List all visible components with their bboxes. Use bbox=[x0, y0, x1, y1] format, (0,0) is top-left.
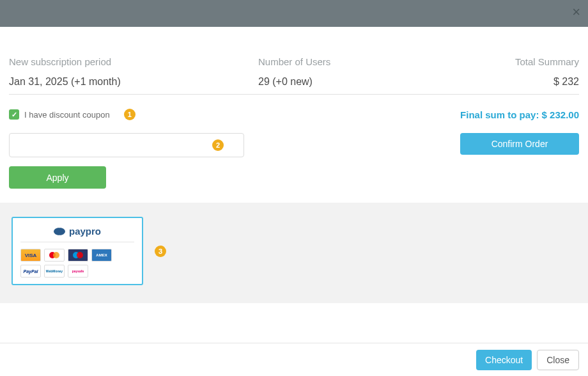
amex-icon: AMEX bbox=[91, 249, 112, 262]
coupon-block: 2 Apply bbox=[9, 133, 244, 189]
webmoney-icon: WebMoney bbox=[44, 265, 65, 278]
payment-section: paypro VISA AMEX PayPal WebMoney paysafe… bbox=[0, 203, 588, 303]
step-3-badge: 3 bbox=[155, 246, 166, 257]
paypro-logo: paypro bbox=[20, 226, 134, 242]
coupon-input-wrap: 2 bbox=[9, 133, 244, 157]
final-sum: Final sum to pay: $ 232.00 bbox=[460, 109, 579, 120]
checkout-button[interactable]: Checkout bbox=[476, 350, 532, 370]
close-icon[interactable]: × bbox=[572, 5, 580, 19]
apply-button[interactable]: Apply bbox=[9, 166, 106, 189]
close-button[interactable]: Close bbox=[537, 350, 579, 370]
paypro-label: paypro bbox=[69, 226, 101, 237]
paypro-swirl-icon bbox=[54, 228, 65, 235]
step-2-badge: 2 bbox=[212, 139, 224, 151]
confirm-order-button[interactable]: Confirm Order bbox=[460, 133, 579, 155]
payment-provider-card[interactable]: paypro VISA AMEX PayPal WebMoney paysafe bbox=[12, 217, 143, 285]
discount-checkbox[interactable]: ✓ bbox=[9, 109, 19, 120]
paypal-icon: PayPal bbox=[20, 265, 41, 278]
dialog-header: × bbox=[0, 0, 588, 27]
final-sum-amount: $ 232.00 bbox=[542, 109, 579, 120]
period-value: Jan 31, 2025 (+1 month) bbox=[9, 76, 258, 88]
discount-row: ✓ I have discount coupon 1 Final sum to … bbox=[9, 109, 579, 120]
summary-labels-row: New subscription period Number of Users … bbox=[9, 56, 579, 67]
maestro-icon bbox=[68, 249, 88, 262]
period-label: New subscription period bbox=[9, 56, 258, 67]
paysafe-icon: paysafe bbox=[68, 265, 88, 278]
users-value: 29 (+0 new) bbox=[258, 76, 419, 88]
discount-label: I have discount coupon bbox=[24, 110, 110, 120]
coupon-input[interactable] bbox=[9, 133, 244, 157]
discount-left: ✓ I have discount coupon 1 bbox=[9, 109, 135, 120]
dialog-body: New subscription period Number of Users … bbox=[0, 27, 588, 303]
divider bbox=[9, 94, 579, 95]
total-value: $ 232 bbox=[419, 76, 579, 88]
action-row: 2 Apply Confirm Order bbox=[9, 133, 579, 189]
visa-icon: VISA bbox=[20, 249, 41, 262]
summary-values-row: Jan 31, 2025 (+1 month) 29 (+0 new) $ 23… bbox=[9, 76, 579, 88]
dialog-footer: Checkout Close bbox=[0, 343, 588, 376]
users-label: Number of Users bbox=[258, 56, 419, 67]
payment-methods: VISA AMEX PayPal WebMoney paysafe bbox=[20, 249, 134, 278]
total-label: Total Summary bbox=[419, 56, 579, 67]
mastercard-icon bbox=[44, 249, 65, 262]
step-1-badge: 1 bbox=[124, 109, 135, 120]
final-sum-label: Final sum to pay: bbox=[460, 109, 542, 120]
